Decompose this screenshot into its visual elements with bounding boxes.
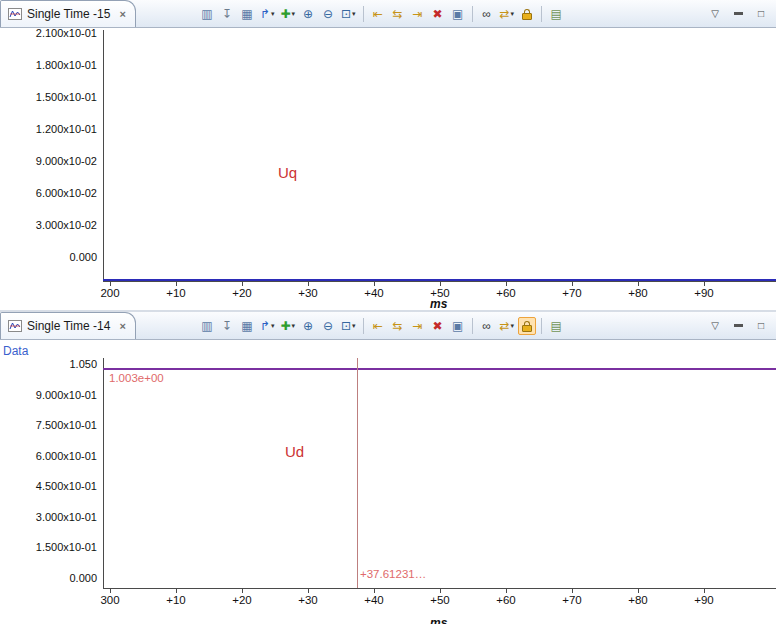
x-tick-label: +70 xyxy=(562,287,582,299)
x-tick-mark xyxy=(110,282,111,286)
marker-prev-icon-glyph: ⇤ xyxy=(373,7,383,21)
tab-single-time-15[interactable]: Single Time -15 × xyxy=(0,0,136,27)
x-tick-mark xyxy=(506,282,507,286)
lock-icon[interactable] xyxy=(518,5,536,23)
lock-glyph xyxy=(522,13,532,20)
x-tick-mark xyxy=(638,589,639,593)
dropdown-arrow-icon[interactable]: ▾ xyxy=(352,322,356,330)
tab-title: Single Time -14 xyxy=(27,319,110,333)
delete-markers-icon[interactable]: ✖ xyxy=(429,317,447,335)
delete-markers-icon[interactable]: ✖ xyxy=(429,5,447,23)
cursor-line[interactable] xyxy=(357,358,358,588)
marker-next-icon[interactable]: ⇥ xyxy=(409,317,427,335)
x-tick-mark xyxy=(440,589,441,593)
export-chart-icon[interactable]: ▣ xyxy=(449,317,467,335)
snap-grid-icon[interactable]: ▦ xyxy=(238,317,256,335)
zoom-out-icon[interactable]: ⊖ xyxy=(319,317,337,335)
marker-prev-icon[interactable]: ⇤ xyxy=(369,317,387,335)
x-tick-label: +40 xyxy=(364,594,384,606)
dropdown-arrow-icon[interactable]: ▾ xyxy=(291,322,295,330)
x-tick-mark xyxy=(704,282,705,286)
minimize-icon[interactable] xyxy=(731,319,745,333)
dropdown-arrow-icon[interactable]: ▾ xyxy=(511,322,515,330)
search-icon[interactable]: ∞ xyxy=(478,317,496,335)
x-tick-mark xyxy=(506,589,507,593)
minimize-bar xyxy=(734,324,743,327)
x-tick-label: +90 xyxy=(694,287,714,299)
search-icon[interactable]: ∞ xyxy=(478,5,496,23)
close-icon[interactable]: × xyxy=(119,320,125,332)
search-icon-glyph: ∞ xyxy=(482,7,491,21)
zoom-selection-icon[interactable]: ⊡▾ xyxy=(339,317,358,335)
pin-view-icon-glyph: ↧ xyxy=(222,7,232,21)
dropdown-arrow-icon[interactable]: ▾ xyxy=(352,10,356,18)
x-tick: +40 xyxy=(341,589,407,606)
y-tick-label: 6.000x10-01 xyxy=(36,449,97,463)
tab-single-time-14[interactable]: Single Time -14 × xyxy=(0,312,136,339)
view-toolbar: ▥↧▦↱▾✚▾⊕⊖⊡▾⇤⇆⇥✖▣∞⇄▾▤ xyxy=(198,317,565,335)
x-tick-mark xyxy=(176,589,177,593)
fit-waveform-icon[interactable]: ▥ xyxy=(198,317,216,335)
marker-next-icon-glyph: ⇥ xyxy=(413,7,423,21)
window-controls: ▽□ xyxy=(708,319,776,333)
x-axis-unit: ms xyxy=(430,616,447,624)
toolbar-separator xyxy=(363,6,364,22)
marker-prev-icon[interactable]: ⇤ xyxy=(369,5,387,23)
add-signal-icon[interactable]: ✚▾ xyxy=(278,5,297,23)
export-chart-icon-glyph: ▣ xyxy=(452,319,463,333)
snap-grid-icon[interactable]: ▦ xyxy=(238,5,256,23)
cursor-value-annotation: +37.61231… xyxy=(360,568,426,580)
x-tick: 200 xyxy=(77,282,143,299)
x-tick: +10 xyxy=(143,282,209,299)
view-menu-icon[interactable]: ▽ xyxy=(708,7,722,21)
zoom-in-icon[interactable]: ⊕ xyxy=(299,317,317,335)
x-tick-mark xyxy=(176,282,177,286)
toolbar-separator xyxy=(472,6,473,22)
minimize-icon[interactable] xyxy=(731,7,745,21)
dropdown-arrow-icon[interactable]: ▾ xyxy=(511,10,515,18)
zoom-out-icon[interactable]: ⊖ xyxy=(319,5,337,23)
compare-traces-icon[interactable]: ⇄▾ xyxy=(498,5,517,23)
pin-view-icon[interactable]: ↧ xyxy=(218,5,236,23)
x-tick-mark xyxy=(242,282,243,286)
cursor-track-icon[interactable]: ↱▾ xyxy=(258,317,277,335)
lock-icon[interactable] xyxy=(518,317,536,335)
add-signal-icon[interactable]: ✚▾ xyxy=(278,317,297,335)
legend-label[interactable]: Data xyxy=(3,344,28,358)
x-tick-label: +80 xyxy=(628,594,648,606)
delete-markers-icon-glyph: ✖ xyxy=(433,319,443,333)
export-chart-icon[interactable]: ▣ xyxy=(449,5,467,23)
window-controls: ▽□ xyxy=(708,7,776,21)
series-label-ud: Ud xyxy=(285,443,304,460)
y-tick-label: 1.200x10-01 xyxy=(36,122,97,136)
compare-traces-icon[interactable]: ⇄▾ xyxy=(498,317,517,335)
toolbar-separator xyxy=(541,318,542,334)
marker-sync-icon[interactable]: ⇆ xyxy=(389,317,407,335)
marker-next-icon[interactable]: ⇥ xyxy=(409,5,427,23)
zoom-in-icon[interactable]: ⊕ xyxy=(299,5,317,23)
marker-sync-icon[interactable]: ⇆ xyxy=(389,5,407,23)
x-tick-mark xyxy=(374,282,375,286)
dropdown-arrow-icon[interactable]: ▾ xyxy=(271,322,275,330)
zoom-selection-icon[interactable]: ⊡▾ xyxy=(339,5,358,23)
close-icon[interactable]: × xyxy=(119,8,125,20)
legend-icon[interactable]: ▤ xyxy=(547,5,565,23)
y-axis xyxy=(103,358,104,588)
dropdown-arrow-icon[interactable]: ▾ xyxy=(291,10,295,18)
legend-icon-glyph: ▤ xyxy=(550,7,561,21)
maximize-icon[interactable]: □ xyxy=(754,7,768,21)
x-tick: +80 xyxy=(605,589,671,606)
cursor-track-icon[interactable]: ↱▾ xyxy=(258,5,277,23)
maximize-icon[interactable]: □ xyxy=(754,319,768,333)
x-tick-label: 200 xyxy=(100,287,119,299)
cursor-track-icon-glyph: ↱ xyxy=(260,319,270,333)
dropdown-arrow-icon[interactable]: ▾ xyxy=(271,10,275,18)
legend-icon[interactable]: ▤ xyxy=(547,317,565,335)
snap-grid-icon-glyph: ▦ xyxy=(241,7,252,21)
view-panel-single-time-14: Single Time -14 × ▥↧▦↱▾✚▾⊕⊖⊡▾⇤⇆⇥✖▣∞⇄▾▤ ▽… xyxy=(0,312,776,624)
view-menu-icon[interactable]: ▽ xyxy=(708,319,722,333)
fit-waveform-icon[interactable]: ▥ xyxy=(198,5,216,23)
y-tick-label: 0.000 xyxy=(69,571,97,585)
pin-view-icon[interactable]: ↧ xyxy=(218,317,236,335)
toolbar-separator xyxy=(541,6,542,22)
